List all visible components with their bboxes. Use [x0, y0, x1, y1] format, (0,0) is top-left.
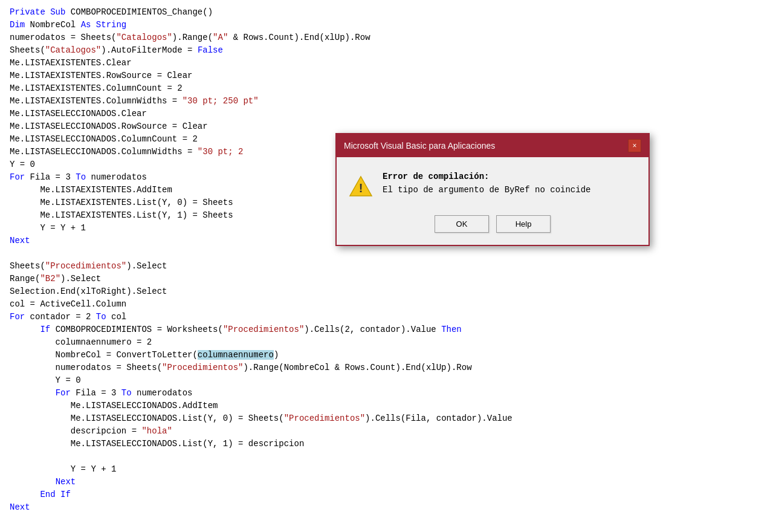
code-line: Sheets("Catalogos").AutoFilterMode = Fal… [10, 44, 766, 57]
code-line: Selection.End(xlToRight).Select [10, 285, 766, 298]
string-literal: "Procedimientos" [223, 325, 304, 334]
code-line: Me.LISTAEXISTENTES.ColumnCount = 2 [10, 82, 766, 95]
string-literal: "Procedimientos" [162, 363, 243, 372]
keyword: For [10, 172, 30, 182]
code-line: Range("B2").Select [10, 273, 766, 285]
code-line: Me.LISTASELECCIONADOS.AddItem [10, 400, 766, 412]
code-line: Me.LISTAEXISTENTES.ColumnWidths = "30 pt… [10, 95, 766, 108]
dialog-error-title: Error de compilación: [383, 172, 590, 181]
code-line: numerodatos = Sheets("Catalogos").Range(… [10, 31, 766, 44]
code-line: columnaennumero = 2 [10, 336, 766, 349]
keyword: As [81, 20, 96, 30]
keyword: Private Sub [10, 7, 71, 17]
keyword: To [96, 312, 111, 322]
string-literal: "Catalogos" [116, 33, 172, 42]
dialog-footer: OK Help [337, 208, 648, 245]
keyword: Then [441, 325, 462, 334]
keyword: For [56, 388, 76, 398]
keyword: For [10, 312, 30, 322]
code-line: Me.LISTASELECCIONADOS.List(Y, 1) = descr… [10, 438, 766, 450]
highlighted-variable: columnaennumero [198, 350, 274, 360]
keyword: False [198, 45, 223, 55]
dialog-message: Error de compilación: El tipo de argumen… [383, 172, 590, 195]
code-line: Me.LISTASELECCIONADOS.List(Y, 0) = Sheet… [10, 412, 766, 425]
dialog-help-button[interactable]: Help [496, 215, 551, 233]
string-literal: "hola" [141, 426, 172, 436]
code-line: Next [10, 476, 766, 488]
keyword: String [96, 20, 126, 30]
code-line: Next [10, 501, 766, 514]
keyword: If [40, 325, 55, 334]
code-line: End If [10, 488, 766, 501]
code-line: Me.LISTASELECCIONADOS.Clear [10, 108, 766, 120]
code-line: col = ActiveCell.Column [10, 298, 766, 311]
code-line: Sheets("Procedimientos").Select [10, 260, 766, 273]
svg-text:!: ! [359, 181, 363, 195]
string-literal: "B2" [40, 274, 60, 284]
keyword: End [40, 490, 60, 499]
keyword: To [76, 172, 91, 182]
code-line: Private Sub COMBOPROCEDIMIENTOS_Change() [10, 6, 766, 19]
code-line: Me.LISTAEXISTENTES.RowSource = Clear [10, 70, 766, 82]
code-line: Me.LISTASELECCIONADOS.RowSource = Clear [10, 120, 766, 133]
keyword: Next [10, 236, 30, 245]
dialog-titlebar: Microsoft Visual Basic para Aplicaciones… [337, 134, 648, 157]
code-line [10, 247, 766, 260]
code-line: Y = 0 [10, 374, 766, 387]
warning-icon: ! [349, 174, 373, 198]
code-editor: Private Sub COMBOPROCEDIMIENTOS_Change()… [0, 0, 776, 532]
dialog-ok-button[interactable]: OK [435, 215, 489, 233]
code-line: Dim NombreCol As String [10, 19, 766, 31]
dialog-error-message: El tipo de argumento de ByRef no coincid… [383, 185, 590, 195]
string-literal: "30 pt; 250 pt" [183, 96, 259, 106]
keyword: Next [56, 477, 76, 487]
keyword: Dim [10, 20, 30, 30]
dialog-close-button[interactable]: × [628, 139, 641, 152]
string-literal: "30 pt; 2 [198, 147, 244, 157]
dialog-body: ! Error de compilación: El tipo de argum… [337, 157, 648, 208]
string-literal: "A" [213, 33, 228, 42]
code-line: NombreCol = ConvertToLetter(columnaennum… [10, 349, 766, 362]
code-line: If COMBOPROCEDIMIENTOS = Worksheets("Pro… [10, 323, 766, 336]
dialog-title: Microsoft Visual Basic para Aplicaciones [344, 141, 495, 151]
code-line: descripcion = "hola" [10, 425, 766, 438]
dialog-box: Microsoft Visual Basic para Aplicaciones… [335, 133, 650, 246]
code-line: Y = Y + 1 [10, 463, 766, 476]
code-line: For Fila = 3 To numerodatos [10, 387, 766, 400]
string-literal: "Procedimientos" [284, 414, 365, 423]
code-line: For contador = 2 To col [10, 311, 766, 323]
keyword: To [121, 388, 137, 398]
code-line: Me.LISTAEXISTENTES.Clear [10, 57, 766, 70]
string-literal: "Procedimientos" [45, 261, 126, 271]
keyword: Next [10, 502, 30, 512]
string-literal: "Catalogos" [45, 45, 101, 55]
code-line: numerodatos = Sheets("Procedimientos").R… [10, 362, 766, 374]
code-line [10, 450, 766, 463]
keyword: If [60, 490, 71, 499]
